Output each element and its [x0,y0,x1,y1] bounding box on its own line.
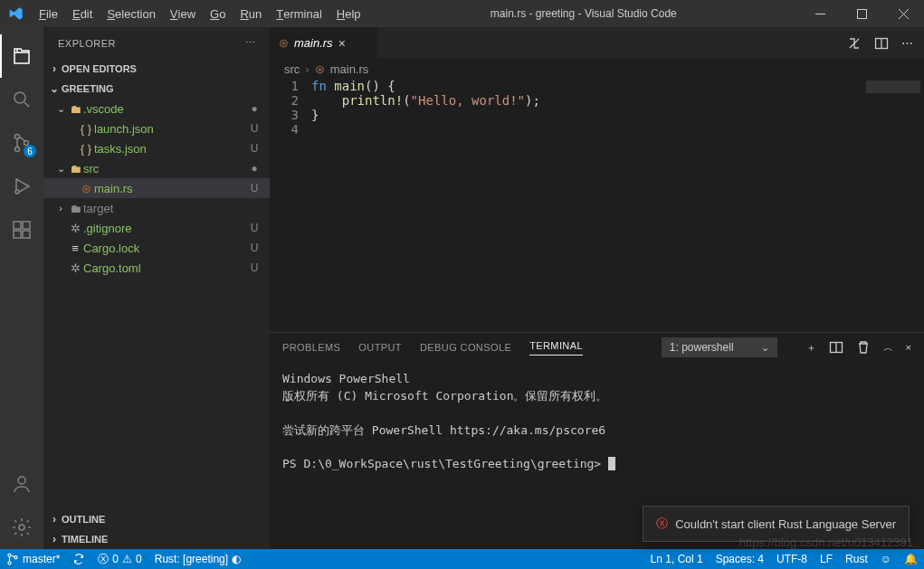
breadcrumbs[interactable]: src › ⊛ main.rs [270,59,924,79]
tree-file-cargo-lock[interactable]: ≡ Cargo.lock U [43,238,270,258]
svg-point-3 [15,135,20,139]
error-icon: ⓧ [656,516,668,532]
svg-point-2 [14,92,25,103]
sidebar-header: EXPLORER ⋯ [43,27,270,59]
statusbar: master* ⓧ0 ⚠0 Rust: [greeting] ◐ Ln 1, C… [0,549,924,569]
run-debug-icon[interactable] [0,165,43,208]
section-timeline[interactable]: ›TIMELINE [43,529,270,549]
status-branch[interactable]: master* [0,549,66,569]
vscode-logo-icon [0,6,32,21]
svg-rect-10 [23,231,30,238]
svg-rect-7 [14,222,21,229]
panel: PROBLEMS OUTPUT DEBUG CONSOLE TERMINAL 1… [270,332,924,549]
panel-tab-debug[interactable]: DEBUG CONSOLE [420,342,511,353]
svg-rect-1 [857,9,866,18]
status-bell-icon[interactable]: 🔔 [898,553,924,565]
panel-tab-terminal[interactable]: TERMINAL [529,340,583,356]
extensions-icon[interactable] [0,208,43,251]
panel-tab-problems[interactable]: PROBLEMS [282,342,340,353]
file-tree: ⌄🖿 .vscode ● { } launch.json U { } tasks… [43,99,270,509]
search-icon[interactable] [0,78,43,121]
svg-rect-9 [14,231,21,238]
accounts-icon[interactable] [0,462,43,506]
editor-tabs: ⊛ main.rs × ⋯ [270,27,924,59]
tree-file-cargo-toml[interactable]: ✲ Cargo.toml U [43,258,270,278]
status-spaces[interactable]: Spaces: 4 [710,553,770,565]
panel-tab-output[interactable]: OUTPUT [358,342,402,353]
menu-help[interactable]: Help [329,0,368,27]
notification-toast[interactable]: ⓧ Couldn't start client Rust Language Se… [643,506,910,542]
rust-file-icon: ⊛ [315,62,325,76]
sidebar-title: EXPLORER [58,38,116,49]
tree-folder-src[interactable]: ⌄🖿 src ● [43,158,270,178]
status-rust[interactable]: Rust: [greeting] ◐ [148,549,247,569]
split-terminal-icon[interactable] [829,340,843,355]
warning-count-icon: ⚠ [122,553,132,565]
chevron-right-icon: › [305,62,309,76]
tree-file-launch-json[interactable]: { } launch.json U [43,119,270,138]
menubar: File Edit Selection View Go Run Terminal… [32,0,368,27]
status-lncol[interactable]: Ln 1, Col 1 [644,553,710,565]
section-folder[interactable]: ⌄GREETING [43,79,270,99]
svg-point-4 [15,147,20,152]
sidebar-explorer: EXPLORER ⋯ ›OPEN EDITORS ⌄GREETING ⌄🖿 .v… [43,27,270,549]
tree-file-main-rs[interactable]: ⊛ main.rs U [43,178,270,198]
menu-selection[interactable]: Selection [100,0,162,27]
window-title: main.rs - greeting - Visual Studio Code [368,7,799,20]
close-button[interactable] [882,0,924,27]
compare-changes-icon[interactable] [847,36,862,51]
kill-terminal-icon[interactable] [856,340,871,355]
titlebar: File Edit Selection View Go Run Terminal… [0,0,924,27]
tree-folder-vscode[interactable]: ⌄🖿 .vscode ● [43,99,270,119]
source-control-icon[interactable]: 6 [0,121,43,165]
menu-view[interactable]: View [163,0,203,27]
terminal-cursor [608,457,615,470]
editor[interactable]: 1 2 3 4 fn main() { println!("Hello, wor… [270,79,924,332]
tree-folder-target[interactable]: ›🖿 target [43,198,270,218]
tree-file-gitignore[interactable]: ✲ .gitignore U [43,218,270,238]
close-panel-icon[interactable]: × [906,342,911,353]
status-encoding[interactable]: UTF-8 [770,553,814,565]
explorer-icon[interactable] [0,34,43,78]
svg-point-11 [18,477,25,484]
status-eol[interactable]: LF [814,553,839,565]
rust-file-icon: ⊛ [279,36,289,50]
svg-rect-8 [23,222,30,229]
scm-badge: 6 [24,145,36,157]
sidebar-more-icon[interactable]: ⋯ [245,37,256,49]
tab-close-icon[interactable]: × [338,36,346,51]
status-sync[interactable] [66,549,91,569]
status-feedback-icon[interactable]: ☺ [874,553,898,565]
error-count-icon: ⓧ [98,552,109,567]
menu-terminal[interactable]: Terminal [269,0,329,27]
menu-run[interactable]: Run [233,0,269,27]
panel-tabs: PROBLEMS OUTPUT DEBUG CONSOLE TERMINAL 1… [270,333,924,362]
status-problems[interactable]: ⓧ0 ⚠0 [91,549,148,569]
svg-point-16 [8,562,11,564]
minimap[interactable] [866,81,920,93]
tree-file-tasks-json[interactable]: { } tasks.json U [43,138,270,158]
spinner-icon: ◐ [232,553,241,565]
settings-gear-icon[interactable] [0,506,43,549]
section-outline[interactable]: ›OUTLINE [43,509,270,529]
maximize-panel-icon[interactable]: ︿ [883,341,893,355]
terminal-selector[interactable]: 1: powershell ⌄ [662,337,777,357]
menu-file[interactable]: File [32,0,65,27]
menu-go[interactable]: Go [203,0,233,27]
tab-main-rs[interactable]: ⊛ main.rs × [270,27,378,59]
svg-point-15 [8,554,11,556]
menu-edit[interactable]: Edit [65,0,100,27]
section-open-editors[interactable]: ›OPEN EDITORS [43,59,270,79]
line-gutter: 1 2 3 4 [270,79,311,332]
status-language[interactable]: Rust [839,553,874,565]
svg-point-12 [19,525,24,530]
split-editor-icon[interactable] [874,36,889,51]
editor-more-icon[interactable]: ⋯ [901,36,913,50]
code-content[interactable]: fn main() { println!("Hello, world!");} [311,79,924,332]
new-terminal-icon[interactable]: ＋ [806,341,816,355]
svg-point-6 [15,190,19,194]
chevron-down-icon: ⌄ [761,342,769,354]
minimize-button[interactable] [799,0,841,27]
maximize-button[interactable] [841,0,882,27]
svg-rect-0 [815,14,825,14]
